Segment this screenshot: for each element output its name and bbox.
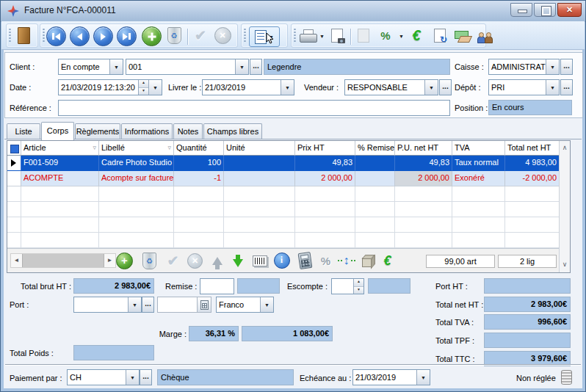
close-button[interactable]: ✕ — [557, 3, 582, 17]
checkbox-icon[interactable] — [10, 145, 19, 153]
cell-prix-ht[interactable]: 2 000,00 — [295, 171, 355, 186]
spin-down-icon[interactable]: ▼ — [354, 287, 363, 294]
port-browse-button[interactable]: ... — [142, 297, 154, 313]
table-row-negative[interactable]: ACOMPTE Acompte sur facture -1 2 000,00 … — [7, 171, 560, 186]
caisse-browse-button[interactable]: ... — [560, 59, 573, 75]
remise-input[interactable] — [200, 278, 234, 294]
depot-browse-button[interactable]: ... — [560, 79, 573, 95]
validate-button[interactable]: ✔ — [190, 26, 211, 46]
add-record-button[interactable] — [142, 26, 162, 46]
cell-unite[interactable] — [224, 156, 295, 171]
cell-article[interactable]: ACOMPTE — [21, 171, 99, 186]
escompte-input[interactable]: ▲▼ — [331, 278, 364, 294]
column-header-total-net-ht[interactable]: Total net HT — [505, 141, 560, 156]
cell-remise[interactable] — [355, 171, 395, 186]
vendeur-select[interactable]: RESPONSABLE ▼ — [344, 79, 438, 95]
escompte-spinner[interactable]: ▲▼ — [353, 279, 363, 294]
confirm-line-button[interactable]: ✔ — [163, 251, 183, 270]
dropdown-arrow-icon[interactable]: ▼ — [128, 297, 141, 312]
cell-article[interactable]: F001-509 — [21, 156, 99, 171]
contacts-button[interactable] — [474, 26, 496, 46]
list-view-button[interactable]: ▼ — [249, 26, 280, 47]
row-selector-cell[interactable] — [7, 156, 21, 171]
cell-libelle[interactable]: Acompte sur facture — [99, 171, 174, 186]
scrollbar-thumb[interactable] — [22, 254, 104, 267]
scroll-down-icon[interactable]: ∨ — [560, 261, 570, 268]
table-row-selected[interactable]: F001-509 Cadre Photo Studio 100 49,83 49… — [7, 156, 560, 171]
payment-entry-button[interactable] — [452, 26, 472, 46]
cell-pu-net-ht[interactable]: 2 000,00 — [395, 171, 452, 186]
scroll-up-icon[interactable]: ∧ — [560, 144, 570, 151]
next-record-button[interactable] — [93, 26, 113, 46]
column-header-pu-net-ht[interactable]: P.U. net HT — [395, 141, 452, 156]
paiement-select[interactable]: CH ▼ — [67, 369, 140, 385]
exit-button[interactable] — [13, 26, 34, 46]
spin-up-icon[interactable]: ▲ — [139, 80, 148, 88]
date-input[interactable]: 21/03/2019 12:13:20 ▲▼ ▼ — [58, 79, 162, 95]
last-record-button[interactable] — [117, 26, 137, 46]
cell-libelle[interactable]: Cadre Photo Studio — [99, 156, 174, 171]
dropdown-arrow-icon[interactable]: ▼ — [148, 80, 162, 95]
dropdown-arrow-icon[interactable]: ▼ — [546, 59, 559, 74]
move-line-up-button[interactable] — [207, 251, 227, 270]
dropdown-arrow-icon[interactable]: ▼ — [416, 370, 430, 385]
echeance-select[interactable]: 21/03/2019 ▼ — [352, 369, 430, 385]
dropdown-arrow-icon[interactable]: ▼ — [260, 297, 273, 312]
tab-champs-libres[interactable]: Champs libres — [203, 123, 262, 139]
barcode-button[interactable] — [250, 251, 270, 270]
currency-button[interactable]: € — [406, 26, 427, 46]
cell-tva[interactable]: Taux normal — [452, 156, 505, 171]
scroll-left-icon[interactable]: ◄ — [11, 254, 22, 267]
tab-informations[interactable]: Informations — [121, 123, 173, 139]
tab-notes[interactable]: Notes — [173, 123, 203, 139]
dropdown-arrow-icon[interactable]: ▼ — [109, 59, 123, 74]
cell-unite[interactable] — [224, 171, 295, 186]
move-line-down-button[interactable] — [228, 251, 247, 270]
column-header-remise[interactable]: % Remise — [355, 141, 395, 156]
cell-pu-net-ht[interactable]: 49,83 — [395, 156, 452, 171]
restore-button[interactable] — [534, 3, 556, 17]
select-all-header[interactable] — [7, 141, 21, 156]
delete-line-button[interactable]: ♻ — [140, 251, 159, 270]
dropdown-arrow-icon[interactable]: ▼ — [546, 80, 559, 95]
cell-tva[interactable]: Exonéré — [452, 171, 505, 186]
titlebar[interactable]: Facture N°FCA-000011 ✕ — [1, 1, 585, 22]
column-header-prix-ht[interactable]: Prix HT — [295, 141, 355, 156]
cancel-line-button[interactable]: ✕ — [185, 251, 205, 270]
client-code-select[interactable]: 001 ▼ — [126, 59, 249, 75]
cell-prix-ht[interactable]: 49,83 — [295, 156, 355, 171]
previous-record-button[interactable] — [70, 26, 90, 46]
minimize-button[interactable] — [510, 3, 532, 17]
dropdown-arrow-icon[interactable]: ▼ — [126, 370, 139, 385]
tab-corps[interactable]: Corps — [41, 122, 74, 140]
preview-button[interactable] — [327, 26, 347, 46]
caisse-select[interactable]: ADMINISTRATE ▼ — [488, 59, 560, 75]
print-dropdown-icon[interactable]: ▼ — [319, 34, 325, 39]
column-header-quantite[interactable]: Quantité — [174, 141, 224, 156]
line-currency-button[interactable]: € — [377, 251, 397, 270]
column-header-article[interactable]: ▿Article — [21, 141, 99, 156]
column-header-libelle[interactable]: ▿Libellé — [99, 141, 174, 156]
dropdown-arrow-icon[interactable]: ▼ — [235, 59, 248, 74]
tab-liste[interactable]: Liste — [7, 123, 40, 139]
client-browse-button[interactable]: ... — [250, 59, 262, 75]
vertical-scrollbar[interactable]: ∧ ∨ — [559, 141, 570, 272]
line-info-button[interactable]: i — [272, 251, 292, 270]
row-selector-cell[interactable] — [7, 171, 21, 186]
calculator-button[interactable] — [295, 251, 315, 270]
discount-button[interactable]: % — [375, 26, 396, 46]
horizontal-scrollbar[interactable]: ◄ ► — [10, 253, 116, 268]
delete-record-button[interactable]: ♻ — [164, 26, 184, 46]
tab-reglements[interactable]: Règlements — [75, 123, 120, 139]
cell-total-net-ht[interactable]: -2 000,00 — [505, 171, 560, 186]
add-line-button[interactable]: + — [115, 251, 134, 270]
dropdown-arrow-icon[interactable]: ▼ — [424, 80, 438, 95]
line-discount-button[interactable]: % — [316, 251, 336, 270]
duplicate-button[interactable] — [353, 26, 374, 46]
column-header-tva[interactable]: TVA — [452, 141, 505, 156]
cell-remise[interactable] — [355, 156, 395, 171]
port-calculator-button[interactable] — [197, 297, 211, 312]
cancel-button[interactable]: ✕ — [212, 26, 233, 46]
reference-input[interactable] — [58, 100, 450, 116]
spin-up-icon[interactable]: ▲ — [354, 279, 363, 287]
